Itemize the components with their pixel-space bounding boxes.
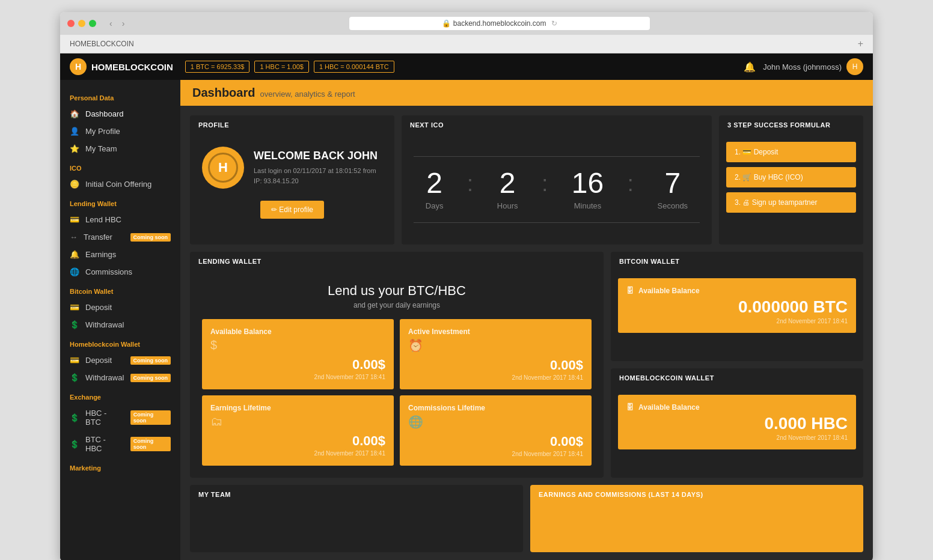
hbc-balance-label: 🗄 Available Balance	[626, 403, 848, 412]
logo-icon: H	[70, 58, 87, 75]
sidebar-item-hbc-deposit[interactable]: 💳 Deposit Coming soon	[60, 352, 180, 369]
available-balance-label: Available Balance	[210, 327, 385, 336]
coming-soon-badge: Coming soon	[130, 410, 171, 425]
commissions-lifetime-value: 0.00$	[408, 434, 583, 449]
coming-soon-badge: Coming soon	[130, 437, 171, 451]
sidebar-item-dashboard[interactable]: 🏠 Dashboard	[60, 105, 180, 123]
ico-card-header: NEXT ICO	[402, 115, 712, 135]
sidebar-section-hbc-wallet: Homeblockcoin Wallet	[60, 333, 180, 352]
notification-bell-icon[interactable]: 🔔	[744, 61, 756, 73]
step3-button[interactable]: 3. 🖨 Sign up teampartner	[726, 192, 856, 213]
maximize-button[interactable]	[89, 20, 96, 27]
deposit-icon: 💳	[70, 303, 79, 312]
sidebar-item-btc-withdrawal[interactable]: 💲 Withdrawal	[60, 316, 180, 333]
sidebar-item-my-team[interactable]: ⭐ My Team	[60, 140, 180, 157]
sidebar-item-label: My Team	[85, 144, 117, 153]
lending-wallet-header: LENDING WALLET	[190, 252, 604, 271]
hours-number: 2	[497, 169, 518, 198]
page-title: Dashboard	[192, 86, 255, 100]
earnings-lifetime-value: 0.00$	[210, 433, 385, 449]
countdown-sep1: :	[467, 171, 473, 196]
earnings-commissions-header: EARNINGS AND COMMISSIONS (LAST 14 DAYS)	[530, 485, 863, 504]
sidebar-item-label: Withdrawal	[85, 373, 124, 382]
sidebar-item-hbc-btc[interactable]: 💲 HBC - BTC Coming soon	[60, 404, 180, 431]
countdown-sep2: :	[542, 171, 548, 196]
welcome-text: WELCOME BACK JOHN	[254, 150, 382, 162]
minutes-label: Minutes	[572, 201, 604, 210]
sidebar-item-ico[interactable]: 🪙 Initial Coin Offering	[60, 175, 180, 193]
countdown-days: 2 Days	[426, 169, 444, 210]
coming-soon-badge: Coming soon	[130, 374, 171, 382]
avatar-logo: H	[208, 153, 238, 183]
refresh-icon[interactable]: ↻	[551, 19, 557, 28]
logo-text: HOMEBLOCKCOIN	[91, 62, 173, 72]
sidebar: Personal Data 🏠 Dashboard 👤 My Profile ⭐…	[60, 80, 180, 560]
ico-divider-2	[414, 222, 700, 223]
hbc-wallet-header: HOMEBLOCKCOIN WALLET	[611, 368, 863, 388]
username-text: John Moss (johnmoss)	[763, 62, 842, 72]
lending-subtitle: and get your daily earnings	[202, 301, 592, 309]
globe-icon: 🌐	[408, 415, 583, 429]
hbc-balance-value: 0.000 HBC	[626, 414, 848, 433]
close-button[interactable]	[67, 20, 75, 27]
sidebar-item-lend-hbc[interactable]: 💳 Lend HBC	[60, 211, 180, 228]
my-team-card: MY TEAM	[190, 485, 523, 552]
lock-icon: 🔒	[442, 19, 451, 28]
step2-button[interactable]: 2. 🛒 Buy HBC (ICO)	[726, 167, 856, 187]
logo: H HOMEBLOCKCOIN	[70, 58, 173, 75]
sidebar-item-label: Withdrawal	[85, 320, 124, 329]
wallets-row: LENDING WALLET Lend us your BTC/HBC and …	[190, 252, 863, 478]
app-container: H HOMEBLOCKCOIN 1 BTC = 6925.33$ 1 HBC =…	[60, 53, 873, 560]
active-investment-value: 0.00$	[408, 358, 583, 373]
right-wallets: BITCOIN WALLET 🗄 Available Balance 0.000…	[611, 252, 863, 478]
hbc-database-icon: 🗄	[626, 403, 634, 412]
active-investment-label: Active Investment	[408, 327, 583, 336]
sidebar-section-personal-data: Personal Data	[60, 87, 180, 105]
sidebar-item-label: Dashboard	[85, 109, 124, 118]
sidebar-item-my-profile[interactable]: 👤 My Profile	[60, 123, 180, 140]
sidebar-item-label: Earnings	[85, 250, 116, 259]
sidebar-item-commissions[interactable]: 🌐 Commissions	[60, 263, 180, 281]
withdrawal-icon: 💲	[70, 320, 79, 329]
commissions-lifetime-label: Commissions Lifetime	[408, 404, 583, 412]
sidebar-item-label: Transfer	[84, 233, 112, 242]
new-tab-button[interactable]: +	[858, 38, 863, 49]
countdown-hours: 2 Hours	[497, 169, 518, 210]
bitcoin-wallet-header: BITCOIN WALLET	[611, 252, 863, 271]
active-investment-date: 2nd November 2017 18:41	[408, 374, 583, 381]
sidebar-item-btc-deposit[interactable]: 💳 Deposit	[60, 299, 180, 316]
edit-profile-button[interactable]: ✏ Edit profile	[260, 201, 324, 219]
topbar: H HOMEBLOCKCOIN 1 BTC = 6925.33$ 1 HBC =…	[60, 53, 873, 80]
sidebar-item-btc-hbc[interactable]: 💲 BTC - HBC Coming soon	[60, 431, 180, 457]
sidebar-item-hbc-withdrawal[interactable]: 💲 Withdrawal Coming soon	[60, 369, 180, 386]
btc-balance-date: 2nd November 2017 18:41	[626, 318, 848, 324]
hbc-balance-date: 2nd November 2017 18:41	[626, 434, 848, 441]
minimize-button[interactable]	[78, 20, 85, 27]
earnings-body	[530, 504, 863, 552]
sidebar-item-earnings[interactable]: 🔔 Earnings	[60, 246, 180, 263]
profile-card-header: PROFILE	[190, 115, 394, 135]
sidebar-section-ico: ICO	[60, 157, 180, 175]
commissions-icon: 🌐	[70, 267, 79, 276]
tab-title: HOMEBLOCKCOIN	[70, 40, 134, 48]
sidebar-item-label: Deposit	[85, 356, 112, 365]
url-bar[interactable]: 🔒 backend.homeblockcoin.com ↻	[349, 17, 650, 30]
sidebar-item-label: Initial Coin Offering	[85, 180, 151, 189]
archive-icon: 🗂	[210, 415, 385, 428]
sidebar-item-label: Lend HBC	[85, 215, 121, 224]
hbc-deposit-icon: 💳	[70, 356, 79, 365]
forward-button[interactable]: ›	[118, 17, 129, 29]
sidebar-item-transfer[interactable]: ↔ Transfer Coming soon	[60, 228, 180, 246]
back-button[interactable]: ‹	[106, 17, 116, 29]
ico-body: 2 Days : 2 Hours :	[402, 135, 712, 245]
profile-avatar: H	[202, 147, 244, 189]
team-icon: ⭐	[70, 144, 79, 153]
sidebar-section-exchange: Exchange	[60, 386, 180, 404]
user-info: John Moss (johnmoss) H	[763, 58, 863, 75]
bitcoin-wallet-card: BITCOIN WALLET 🗄 Available Balance 0.000…	[611, 252, 863, 361]
step1-button[interactable]: 1. 💳 Deposit	[726, 142, 856, 162]
step-body: 1. 💳 Deposit 2. 🛒 Buy HBC (ICO) 3. 🖨 Sig…	[719, 135, 863, 220]
database-icon: 🗄	[626, 287, 634, 295]
step-formular-header: 3 STEP SUCCESS FORMULAR	[719, 115, 863, 135]
countdown-minutes: 16 Minutes	[572, 169, 604, 210]
